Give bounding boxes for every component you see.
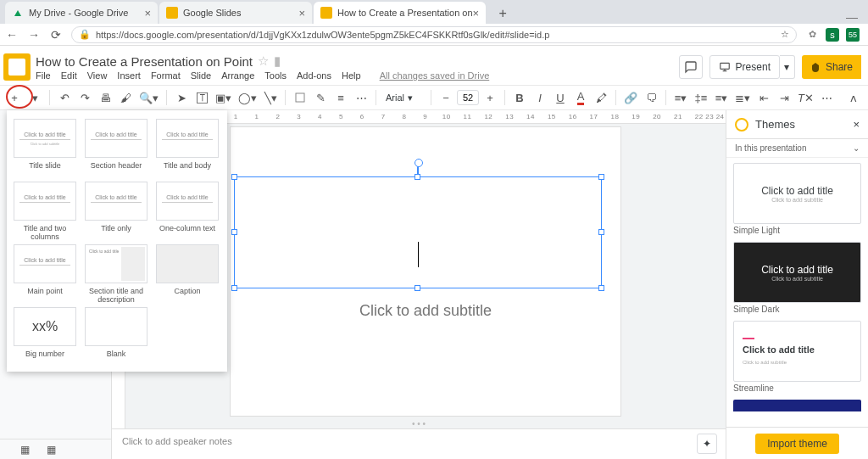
layout-option[interactable]: xx%Big number [14, 307, 76, 367]
font-family-select[interactable]: Arial▾ [381, 89, 426, 106]
window-minimize-icon[interactable]: — [846, 10, 858, 24]
doc-title[interactable]: How to Create a Presentation on Point [36, 54, 253, 69]
grid-view-icon[interactable]: ▦ [20, 444, 30, 456]
line-tool[interactable]: ╲▾ [261, 88, 280, 107]
extension-icon[interactable]: s [826, 28, 839, 42]
resize-handle[interactable] [231, 174, 237, 180]
saved-status[interactable]: All changes saved in Drive [380, 70, 490, 81]
present-button[interactable]: Present [709, 55, 780, 79]
layout-option[interactable]: Click to add titleTitle and body [156, 119, 219, 178]
line-spacing-button[interactable]: ‡≡ [692, 88, 710, 107]
font-size-inc[interactable]: + [481, 88, 499, 107]
border-weight-button[interactable]: ≡ [331, 88, 350, 107]
comments-button[interactable] [679, 55, 703, 79]
layout-option[interactable]: Click to add titleClick to add subtitleT… [14, 119, 76, 178]
layout-option[interactable]: Click to add titleSection title and desc… [85, 244, 147, 304]
menu-arrange[interactable]: Arrange [221, 70, 254, 81]
star-icon[interactable]: ☆ [781, 29, 789, 40]
extension-icon[interactable]: 55 [846, 28, 860, 42]
italic-button[interactable]: I [531, 88, 549, 107]
text-color-button[interactable]: A [571, 88, 590, 107]
highlight-button[interactable]: 🖍 [592, 88, 610, 107]
border-color-button[interactable]: ✎ [311, 88, 330, 107]
theme-card[interactable] [733, 400, 861, 411]
speaker-notes[interactable]: Click to add speaker notes [112, 428, 726, 459]
font-size-dec[interactable]: − [437, 88, 455, 107]
resize-handle[interactable] [598, 285, 604, 291]
close-icon[interactable]: × [144, 7, 151, 20]
subtitle-placeholder[interactable]: Click to add subtitle [231, 302, 620, 320]
close-icon[interactable]: × [298, 7, 305, 20]
url-input[interactable] [94, 29, 777, 41]
zoom-button[interactable]: 🔍▾ [136, 88, 161, 107]
paint-format-button[interactable]: 🖌 [116, 88, 135, 107]
menu-edit[interactable]: Edit [61, 70, 77, 81]
slide-canvas[interactable]: Click to add subtitle [231, 127, 620, 416]
resize-handle[interactable] [598, 174, 604, 180]
slides-logo[interactable] [3, 53, 31, 81]
menu-tools[interactable]: Tools [264, 70, 287, 81]
explore-button[interactable]: ✦ [697, 434, 717, 454]
close-icon[interactable]: × [853, 118, 860, 131]
forward-button[interactable]: → [27, 28, 41, 42]
border-dash-button[interactable]: ⋯ [352, 88, 370, 107]
menu-insert[interactable]: Insert [117, 70, 141, 81]
undo-button[interactable]: ↶ [55, 88, 74, 107]
resize-handle[interactable] [415, 174, 420, 180]
more-button[interactable]: ⋯ [818, 88, 837, 107]
layout-option[interactable]: Blank [85, 307, 147, 367]
layout-option[interactable]: Click to add titleTitle and two columns [14, 182, 76, 241]
image-tool[interactable]: ▣▾ [213, 88, 234, 107]
resize-handle[interactable] [415, 285, 420, 291]
layout-option[interactable]: Click to add titleMain point [14, 244, 76, 304]
rotate-handle[interactable] [417, 164, 419, 174]
share-button[interactable]: Share [802, 55, 861, 79]
fill-color-button[interactable] [291, 88, 309, 107]
new-slide-dropdown[interactable]: ▾ [25, 88, 44, 107]
textbox-tool[interactable]: 🅃 [192, 88, 211, 107]
browser-tab[interactable]: How to Create a Presentation on × [314, 2, 486, 24]
clear-format-button[interactable]: T✕ [795, 88, 816, 107]
select-tool[interactable]: ➤ [172, 88, 191, 107]
theme-card[interactable]: Click to add title Click to add subtitle [733, 321, 861, 382]
splitter-handle[interactable]: • • • [412, 419, 426, 428]
resize-handle[interactable] [598, 229, 604, 235]
indent-dec-button[interactable]: ⇤ [754, 88, 773, 107]
layout-option[interactable]: Click to add titleSection header [85, 119, 147, 178]
indent-inc-button[interactable]: ⇥ [775, 88, 793, 107]
menu-addons[interactable]: Add-ons [297, 70, 331, 81]
present-dropdown[interactable]: ▾ [780, 55, 795, 79]
chevron-down-icon[interactable]: ⌄ [853, 143, 860, 153]
layout-option[interactable]: Click to add titleOne-column text [156, 182, 219, 241]
collapse-toolbar-button[interactable]: ʌ [844, 88, 863, 107]
layout-option[interactable]: Caption [156, 244, 219, 304]
theme-card[interactable]: Click to add title Click to add subtitle [733, 242, 861, 303]
omnibox[interactable]: 🔒 ☆ [71, 26, 797, 43]
bulleted-list-button[interactable]: ≣▾ [732, 88, 753, 107]
layout-option[interactable]: Click to add titleTitle only [85, 182, 147, 241]
import-theme-button[interactable]: Import theme [755, 434, 839, 454]
reload-button[interactable]: ⟳ [49, 28, 63, 42]
resize-handle[interactable] [231, 229, 237, 235]
theme-card[interactable]: Click to add title Click to add subtitle [733, 163, 861, 224]
menu-slide[interactable]: Slide [191, 70, 211, 81]
back-button[interactable]: ← [5, 28, 19, 42]
numbered-list-button[interactable]: ≡▾ [712, 88, 731, 107]
new-slide-button[interactable]: + [5, 88, 24, 107]
redo-button[interactable]: ↷ [75, 88, 94, 107]
comment-button[interactable]: 🗨 [642, 88, 660, 107]
font-size-input[interactable] [457, 90, 479, 105]
folder-icon[interactable]: ▮ [274, 53, 281, 69]
print-button[interactable]: 🖶 [96, 88, 114, 107]
menu-help[interactable]: Help [342, 70, 361, 81]
title-placeholder[interactable] [234, 176, 602, 288]
bold-button[interactable]: B [510, 88, 529, 107]
close-icon[interactable]: × [473, 7, 480, 20]
new-tab-button[interactable]: + [492, 3, 513, 24]
menu-file[interactable]: File [36, 70, 51, 81]
align-button[interactable]: ≡▾ [671, 88, 690, 107]
grid-view-icon[interactable]: ▦ [47, 444, 56, 456]
underline-button[interactable]: U [551, 88, 570, 107]
menu-view[interactable]: View [87, 70, 108, 81]
extension-icon[interactable]: ✿ [805, 28, 819, 42]
